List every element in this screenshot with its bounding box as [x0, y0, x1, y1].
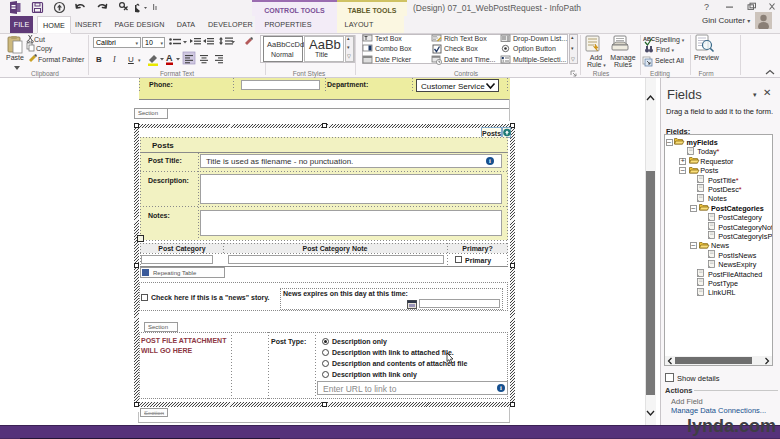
svg-text:A: A: [166, 53, 173, 63]
svg-text:ABC: ABC: [643, 36, 655, 42]
